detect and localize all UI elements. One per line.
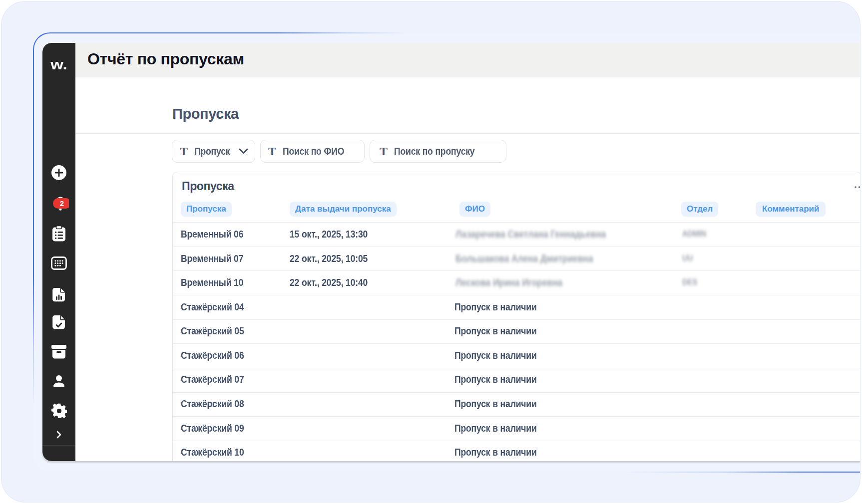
svg-text:2: 2 [60,199,64,208]
